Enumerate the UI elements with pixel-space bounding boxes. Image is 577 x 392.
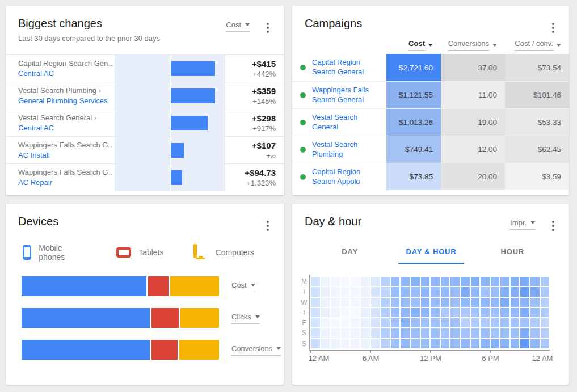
bc-adgroup-link[interactable]: Central AC bbox=[18, 69, 115, 78]
heatmap-cell bbox=[401, 339, 410, 348]
biggest-changes-row: Vestal Search Plumbing › General Plumbin… bbox=[6, 82, 284, 109]
biggest-changes-metric-dropdown[interactable]: Cost bbox=[226, 20, 250, 32]
heatmap-cell bbox=[331, 339, 340, 348]
campaigns-card: Campaigns Cost Conversions Cost / conv. … bbox=[292, 6, 569, 195]
stacked-bar bbox=[22, 340, 219, 360]
tab-hour[interactable]: HOUR bbox=[472, 246, 553, 264]
bc-adgroup-link[interactable]: AC Install bbox=[18, 151, 115, 159]
heatmap-cell bbox=[530, 339, 540, 348]
devices-card: Devices Mobile phones Tablets Computers … bbox=[6, 204, 284, 385]
bc-value-zone: +$415 +442% bbox=[225, 55, 284, 82]
heatmap-cell bbox=[311, 328, 320, 338]
heatmap-cell bbox=[461, 287, 470, 296]
heatmap-cell bbox=[441, 298, 450, 307]
heatmap-cell bbox=[361, 298, 370, 307]
heatmap-cell bbox=[431, 298, 440, 307]
heatmap-cell bbox=[500, 339, 509, 348]
heatmap-cell bbox=[421, 298, 430, 307]
biggest-changes-row: Capital Region Search Gen... › Central A… bbox=[6, 54, 284, 82]
heatmap-cell bbox=[431, 318, 440, 327]
tab-day[interactable]: DAY bbox=[309, 246, 390, 264]
column-header-cost[interactable]: Cost bbox=[386, 39, 441, 54]
bar-segment bbox=[148, 276, 169, 296]
heatmap-cell bbox=[351, 277, 360, 286]
bar-segment bbox=[170, 276, 219, 296]
bc-bar-panel bbox=[115, 82, 225, 109]
bc-value: +$415 bbox=[252, 59, 276, 69]
heatmap-grid bbox=[311, 277, 550, 348]
campaign-link[interactable]: Capital Region Search Appolo bbox=[312, 167, 382, 187]
campaign-cost-cell: $749.41 bbox=[386, 136, 441, 163]
bc-adgroup-link[interactable]: AC Repair bbox=[18, 178, 115, 187]
campaign-row: Vestal Search Plumbing $749.41 12.00 $62… bbox=[292, 136, 569, 163]
column-header-conversions[interactable]: Conversions bbox=[441, 39, 505, 54]
heatmap-cell bbox=[371, 308, 380, 317]
devices-metric-dropdown[interactable]: Conversions bbox=[231, 344, 281, 356]
campaign-link[interactable]: Vestal Search Plumbing bbox=[312, 140, 382, 159]
heatmap-cell bbox=[500, 287, 509, 296]
heatmap-cell bbox=[481, 318, 490, 327]
campaign-link[interactable]: Vestal Search General bbox=[312, 113, 382, 132]
heatmap-cell bbox=[500, 298, 509, 307]
heatmap-cell bbox=[361, 318, 370, 327]
heatmap-cell bbox=[431, 308, 440, 317]
heatmap-day-label: S bbox=[301, 328, 308, 338]
heatmap-cell bbox=[411, 308, 420, 317]
campaign-cost-per-conv-cell: $101.46 bbox=[505, 82, 569, 108]
tab-day-and-hour[interactable]: DAY & HOUR bbox=[390, 246, 471, 264]
bc-adgroup-link[interactable]: Central AC bbox=[18, 124, 115, 132]
devices-metric-dropdown[interactable]: Clicks bbox=[231, 313, 260, 324]
campaign-name-cell: Vestal Search General bbox=[292, 109, 386, 136]
day-hour-tabs: DAY DAY & HOUR HOUR bbox=[309, 246, 553, 264]
bc-adgroup-link[interactable]: General Plumbing Services bbox=[18, 96, 115, 105]
heatmap-cell bbox=[391, 308, 400, 317]
campaign-name-cell: Capital Region Search Appolo bbox=[292, 163, 386, 190]
heatmap-cell bbox=[441, 339, 450, 348]
bc-row-label: Vestal Search Plumbing › General Plumbin… bbox=[6, 82, 115, 109]
heatmap-cell bbox=[391, 277, 400, 286]
heatmap-day-label: F bbox=[301, 318, 308, 327]
heatmap-cell bbox=[450, 277, 460, 286]
chevron-down-icon bbox=[255, 315, 260, 318]
heatmap-cell bbox=[491, 287, 500, 296]
campaign-link[interactable]: Capital Region Search General bbox=[312, 58, 382, 77]
overflow-menu-icon[interactable] bbox=[264, 218, 271, 233]
campaign-link[interactable]: Wappingers Falls Search General bbox=[312, 86, 382, 105]
heatmap-cell bbox=[461, 328, 470, 338]
heatmap-cell bbox=[351, 339, 360, 348]
bc-row-label: Wappingers Falls Search G.. › AC Install bbox=[6, 137, 115, 163]
bc-value: +$107 bbox=[252, 141, 276, 150]
heatmap-cell bbox=[441, 328, 450, 338]
campaign-cost-per-conv-cell: $3.59 bbox=[505, 163, 569, 190]
overflow-menu-icon[interactable] bbox=[264, 20, 271, 35]
overflow-menu-icon[interactable] bbox=[550, 218, 557, 233]
bc-value: +$298 bbox=[252, 113, 276, 123]
heatmap-cell bbox=[541, 308, 550, 317]
day-hour-metric-label: Impr. bbox=[510, 218, 527, 227]
status-enabled-icon bbox=[300, 120, 306, 125]
heatmap-cell bbox=[450, 328, 460, 338]
heatmap-cell bbox=[341, 287, 350, 296]
heatmap-cell bbox=[541, 339, 550, 348]
heatmap-cell bbox=[520, 277, 529, 286]
heatmap-cell bbox=[341, 277, 350, 286]
heatmap-cell bbox=[441, 277, 450, 286]
chevron-right-icon: › bbox=[94, 113, 96, 122]
devices-metric-dropdown[interactable]: Cost bbox=[231, 281, 255, 292]
biggest-changes-subtitle: Last 30 days compared to the prior 30 da… bbox=[18, 34, 272, 43]
heatmap-cell bbox=[361, 328, 370, 338]
heatmap-cell bbox=[401, 328, 410, 338]
overflow-menu-icon[interactable] bbox=[550, 20, 557, 35]
devices-title: Devices bbox=[18, 215, 272, 228]
heatmap-cell bbox=[351, 308, 360, 317]
column-header-cost-per-conv[interactable]: Cost / conv. bbox=[505, 39, 569, 54]
day-hour-metric-dropdown[interactable]: Impr. bbox=[510, 218, 535, 230]
bc-campaign-text: Capital Region Search Gen... bbox=[18, 59, 114, 68]
campaign-cost-per-conv-cell: $73.54 bbox=[505, 54, 569, 81]
heatmap-cell bbox=[361, 339, 370, 348]
heatmap-cell bbox=[391, 287, 400, 296]
tablet-icon bbox=[116, 247, 131, 258]
status-enabled-icon bbox=[300, 92, 306, 98]
heatmap-cell bbox=[331, 277, 340, 286]
heatmap-cell bbox=[351, 328, 360, 338]
